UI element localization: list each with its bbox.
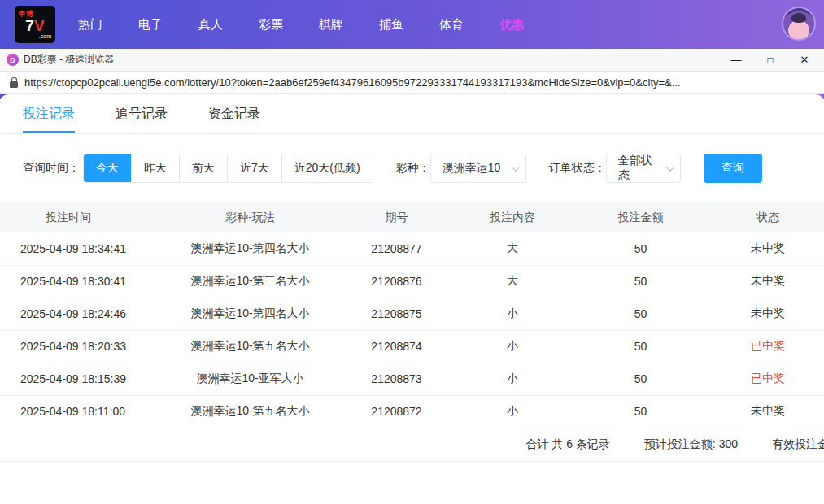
cell-content: 小	[456, 330, 569, 363]
cell-issue: 21208872	[338, 395, 456, 428]
header-bet-amount: 投注金额	[569, 202, 712, 232]
url-text[interactable]: https://ctopcp02pcali.uengi5e.com/lotter…	[24, 76, 681, 89]
cell-play-type: 澳洲幸运10-第五名大小	[163, 330, 338, 363]
cell-issue: 21208875	[338, 298, 456, 330]
cell-bet-time: 2025-04-09 18:15:39	[0, 363, 163, 395]
tab-bet-records[interactable]: 投注记录	[23, 94, 75, 133]
nav-items: 热门 电子 真人 彩票 棋牌 捕鱼 体育 优惠	[78, 17, 524, 33]
cell-content: 小	[456, 363, 569, 395]
nav-item-promo[interactable]: 优惠	[499, 17, 524, 33]
header-status: 状态	[712, 202, 824, 232]
chevron-down-icon	[666, 163, 674, 172]
table-row: 2025-04-09 18:24:46 澳洲幸运10-第四名大小 2120887…	[0, 298, 824, 330]
cell-play-type: 澳洲幸运10-亚军大小	[163, 363, 338, 395]
browser-title-bar: D DB彩票 - 极速浏览器 — □ ✕	[0, 49, 824, 72]
time-option-7days[interactable]: 近7天	[227, 154, 281, 182]
maximize-button[interactable]: □	[764, 55, 777, 65]
time-option-today[interactable]: 今天	[84, 154, 131, 182]
cell-content: 大	[456, 265, 569, 298]
cell-bet-time: 2025-04-09 18:30:41	[0, 265, 163, 298]
app-icon: D	[7, 54, 19, 66]
expected-amount-text: 预计投注金额: 300	[644, 437, 738, 452]
user-avatar[interactable]	[782, 7, 816, 41]
cell-amount: 50	[569, 265, 712, 298]
window-title: DB彩票 - 极速浏览器	[24, 53, 730, 67]
status-filter-label: 订单状态：	[549, 161, 606, 176]
table-row: 2025-04-09 18:15:39 澳洲幸运10-亚军大小 21208873…	[0, 363, 824, 395]
cell-amount: 50	[569, 330, 712, 363]
cell-bet-time: 2025-04-09 18:24:46	[0, 298, 163, 330]
cell-issue: 21208873	[338, 363, 456, 395]
record-tabs: 投注记录 追号记录 资金记录	[0, 94, 824, 134]
nav-item-hot[interactable]: 热门	[78, 17, 102, 33]
table-row: 2025-04-09 18:11:00 澳洲幸运10-第五名大小 2120887…	[0, 395, 824, 428]
table-header-row: 投注时间 彩种-玩法 期号 投注内容 投注金额 状态	[0, 202, 824, 232]
nav-item-lottery[interactable]: 彩票	[259, 17, 283, 33]
search-button[interactable]: 查询	[704, 154, 762, 183]
nav-item-live[interactable]: 真人	[198, 17, 223, 33]
minimize-button[interactable]: —	[730, 54, 743, 65]
cell-content: 小	[456, 395, 569, 428]
filter-bar: 查询时间： 今天 昨天 前天 近7天 近20天(低频) 彩种： 澳洲幸运10 订…	[0, 154, 824, 183]
table-row: 2025-04-09 18:30:41 澳洲幸运10-第三名大小 2120887…	[0, 265, 824, 298]
header-bet-time: 投注时间	[0, 202, 163, 232]
lottery-select-value: 澳洲幸运10	[443, 161, 501, 176]
time-filter-label: 查询时间：	[23, 161, 80, 176]
cell-play-type: 澳洲幸运10-第四名大小	[163, 232, 338, 265]
chevron-down-icon	[512, 163, 520, 172]
cell-amount: 50	[569, 363, 712, 395]
lottery-filter-label: 彩种：	[396, 161, 430, 176]
cell-bet-time: 2025-04-09 18:11:00	[0, 395, 163, 428]
table-row: 2025-04-09 18:34:41 澳洲幸运10-第四名大小 2120887…	[0, 232, 824, 265]
lock-icon	[10, 81, 18, 88]
nav-item-sports[interactable]: 体育	[439, 17, 464, 33]
time-option-yesterday[interactable]: 昨天	[131, 154, 179, 182]
cell-amount: 50	[569, 395, 712, 428]
nav-item-slots[interactable]: 电子	[138, 17, 163, 33]
bet-records-table: 投注时间 彩种-玩法 期号 投注内容 投注金额 状态 2025-04-09 18…	[0, 202, 824, 428]
time-option-daybefore[interactable]: 前天	[179, 154, 227, 182]
cell-issue: 21208876	[338, 265, 456, 298]
cell-content: 小	[456, 298, 569, 330]
logo-text-com: .com	[39, 33, 51, 39]
window-controls: — □ ✕	[730, 54, 817, 65]
site-logo[interactable]: 申博 7V .com	[15, 6, 55, 43]
content-card: 投注记录 追号记录 资金记录 查询时间： 今天 昨天 前天 近7天 近20天(低…	[0, 94, 824, 504]
cell-content: 大	[456, 232, 569, 265]
cell-amount: 50	[569, 298, 712, 330]
site-top-nav: 申博 7V .com 热门 电子 真人 彩票 棋牌 捕鱼 体育 优惠	[0, 0, 824, 49]
nav-item-cards[interactable]: 棋牌	[319, 17, 343, 33]
status-badge: 未中奖	[712, 395, 824, 428]
tab-chase-records[interactable]: 追号记录	[116, 94, 168, 133]
browser-address-bar[interactable]: https://ctopcp02pcali.uengi5e.com/lotter…	[0, 72, 824, 94]
header-play-type: 彩种-玩法	[163, 202, 338, 232]
logo-text-7v: 7V	[25, 18, 44, 33]
lottery-select[interactable]: 澳洲幸运10	[430, 154, 526, 183]
table-footer-summary: 合计 共 6 条记录 预计投注金额: 300 有效投注金	[0, 428, 824, 462]
status-badge: 未中奖	[712, 265, 824, 298]
header-bet-content: 投注内容	[456, 202, 569, 232]
cell-amount: 50	[569, 232, 712, 265]
cell-issue: 21208877	[338, 232, 456, 265]
status-badge: 已中奖	[712, 363, 824, 395]
status-badge: 未中奖	[712, 298, 824, 330]
cell-bet-time: 2025-04-09 18:20:33	[0, 330, 163, 363]
cell-issue: 21208874	[338, 330, 456, 363]
close-button[interactable]: ✕	[798, 54, 811, 65]
nav-item-fishing[interactable]: 捕鱼	[379, 17, 403, 33]
status-badge: 未中奖	[712, 232, 824, 265]
order-status-select[interactable]: 全部状态	[606, 154, 681, 183]
total-records-text: 合计 共 6 条记录	[525, 437, 609, 452]
cell-play-type: 澳洲幸运10-第五名大小	[163, 395, 338, 428]
tab-fund-records[interactable]: 资金记录	[208, 94, 260, 133]
status-select-value: 全部状态	[618, 154, 660, 183]
cell-play-type: 澳洲幸运10-第四名大小	[163, 298, 338, 330]
status-badge: 已中奖	[712, 330, 824, 363]
time-filter-group: 今天 昨天 前天 近7天 近20天(低频)	[83, 154, 373, 183]
time-option-20days[interactable]: 近20天(低频)	[281, 154, 373, 182]
table-row: 2025-04-09 18:20:33 澳洲幸运10-第五名大小 2120887…	[0, 330, 824, 363]
header-issue: 期号	[338, 202, 456, 232]
valid-amount-text: 有效投注金	[772, 437, 824, 452]
cell-play-type: 澳洲幸运10-第三名大小	[163, 265, 338, 298]
cell-bet-time: 2025-04-09 18:34:41	[0, 232, 163, 265]
